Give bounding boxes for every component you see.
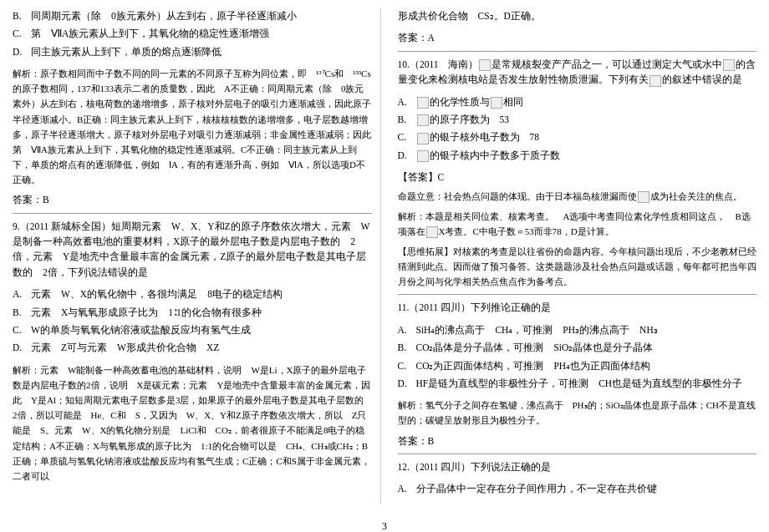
q11-option-d-letter: D. [398,376,416,391]
q10-option-d-letter: D. [398,148,416,163]
r-answer-3-text: 【答案】C [398,172,445,182]
answer-1-text: 答案：B [13,195,49,205]
q9-block: 9.（2011 新城标全国）短周期元素 W、X、Y和Z的原子序数依次增大，元素 … [13,219,372,281]
q10-extend-block: 【思维拓展】对核素的考查是以往省份的命题内容。今年核问题出现后，不少老教材已经猜… [398,244,757,289]
answer-1: 答案：B [13,192,372,207]
q9-option-c: C. W的单质与氧氧化钠溶液或盐酸反应均有氢气生成 [13,322,372,337]
option-b: B. 同周期元素（除 0族元素外）从左到右，原子半径逐渐减小 [13,8,372,23]
option-d: D. 同主族元素从上到下，单质的熔点逐渐降低 [13,44,372,59]
divider-1 [13,213,372,214]
analysis-2-text: 解析：元素 W能制备一种高效蓄电池的基础材料，说明 W是Li，X原子的最外层电子… [13,365,373,481]
isotope-box-a1 [417,97,429,109]
q9-option-a-text: 元素 W、X的氧化物中，各很均满足 8电子的稳定结构 [31,286,372,301]
q11-options-block: A. SiH₄的沸点高于 CH₄，可推测 PH₃的沸点高于 NH₃ B. CO₂… [398,322,757,392]
isotope-box-a2 [491,97,502,109]
q10-text: 10.（2011 海南）是常规核裂变产产品之一，可以通过测定大气或水中的含量变化… [398,57,757,88]
q11-option-a-text: SiH₄的沸点高于 CH₄，可推测 PH₃的沸点高于 NH₃ [416,322,757,337]
q10-option-d: D. 的银子核内中子数多于质子数 [398,148,757,163]
analysis-2: 解析：元素 W能制备一种高效蓄电池的基础材料，说明 W是Li，X原子的最外层电子… [13,362,372,484]
isotope-box-d1 [417,150,429,162]
option-c-text: 第 ⅦA族元素从上到下，其氧化物的稳定性逐渐增强 [31,26,372,41]
r-answer-3: 【答案】C [398,170,757,185]
q10-option-b-text: 的原子序数为 53 [416,112,757,127]
q11-option-b: B. CO₂晶体是分子晶体，可推测 SiO₂晶体也是分子晶体 [398,340,757,355]
option-b-text: 同周期元素（除 0族元素外）从左到右，原子半径逐渐减小 [31,8,372,23]
q9-option-c-text: W的单质与氧氧化钠溶液或盐酸反应均有氢气生成 [31,322,372,337]
option-d-letter: D. [13,44,31,59]
q9-text: 9.（2011 新城标全国）短周期元素 W、X、Y和Z的原子序数依次增大，元素 … [13,219,372,281]
divider-2 [398,51,757,52]
isotope-box-c1 [417,133,429,144]
q11-block: 11.（2011 四川）下列推论正确的是 [398,300,757,315]
q10-analysis-text: 解析：本题是相关同位素、核素考查。 A选项中考查同位素化学性质相同这点， B选项… [398,211,751,236]
page-number-text: 3 [382,520,387,532]
divider-3 [398,294,757,295]
q11-analysis-text: 解析：氢气分子之间存在氢键，沸点高于 PH₃的；SiO₂晶体也是原子晶体；CH不… [398,400,756,425]
q9-option-d-letter: D. [13,340,31,355]
q11-option-d: D. HF是链为直线型的非极性分子，可推测 CH也是链为直线型的非极性分子 [398,376,757,391]
isotope-box-1 [479,59,491,71]
q9-options-block: A. 元素 W、X的氧化物中，各很均满足 8电子的稳定结构 B. 元素 X与氧氧… [13,286,372,356]
q10-option-d-text: 的银子核内中子数多于质子数 [416,148,757,163]
r-answer-2-text: 答案：A [398,33,435,43]
option-d-text: 同主族元素从上到下，单质的熔点逐渐降低 [31,44,372,59]
q11-option-c-letter: C. [398,358,416,373]
option-c: C. 第 ⅦA族元素从上到下，其氧化物的稳定性逐渐增强 [13,26,372,41]
analysis-1: 解析：原子数相同而中子数不同的同一元素的不同原子互称为同位素，即 ¹³⁷Cs和 … [13,66,372,187]
q11-option-c: C. CO₂为正四面体结构，可推测 PH₄也为正四面体结构 [398,358,757,373]
q12-option-a-text: 分子晶体中一定存在分子间作用力，不一定存在共价键 [416,481,757,496]
r-answer-4: 答案：B [398,433,757,448]
r-answer-2: 答案：A [398,30,757,45]
q10-option-a-letter: A. [398,94,416,109]
q10-option-c-text: 的银子核外电子数为 78 [416,129,757,144]
r-answer-4-text: 答案：B [398,436,435,446]
q10-block: 10.（2011 海南）是常规核裂变产产品之一，可以通过测定大气或水中的含量变化… [398,57,757,88]
q11-analysis-block: 解析：氢气分子之间存在氢键，沸点高于 PH₃的；SiO₂晶体也是原子晶体；CH不… [398,398,757,428]
option-c-letter: C. [13,26,31,41]
q10-option-a-text: 的化学性质与相同 [416,94,757,109]
q12-options-block: A. 分子晶体中一定存在分子间作用力，不一定存在共价键 [398,481,757,496]
right-column: 形成共价化合物 CS₂。D正确。 答案：A 10.（2011 海南）是常规核裂变… [390,8,757,504]
q10-extend-text: 【思维拓展】对核素的考查是以往省份的命题内容。今年核问题出现后，不少老教材已经猜… [398,246,756,286]
q10-option-a: A. 的化学性质与相同 [398,94,757,109]
q9-option-c-letter: C. [13,322,31,337]
q11-option-d-text: HF是链为直线型的非极性分子，可推测 CH也是链为直线型的非极性分子 [416,376,757,391]
q9-option-a: A. 元素 W、X的氧化物中，各很均满足 8电子的稳定结构 [13,286,372,301]
option-b-block: B. 同周期元素（除 0族元素外）从左到右，原子半径逐渐减小 C. 第 ⅦA族元… [13,8,372,59]
q11-option-c-text: CO₂为正四面体结构，可推测 PH₄也为正四面体结构 [416,358,757,373]
q12-text: 12.（2011 四川）下列说法正确的是 [398,459,757,474]
q11-option-b-letter: B. [398,340,416,355]
r-intro-text: 形成共价化合物 CS₂。D正确。 [398,11,541,21]
q9-option-d: D. 元素 Z可与元素 W形成共价化合物 XZ [13,340,372,355]
q10-analysis-block: 解析：本题是相关同位素、核素考查。 A选项中考查同位素化学性质相同这点， B选项… [398,209,757,239]
q10-option-b: B. 的原子序数为 53 [398,112,757,127]
q12-block: 12.（2011 四川）下列说法正确的是 [398,459,757,474]
left-column: B. 同周期元素（除 0族元素外）从左到右，原子半径逐渐减小 C. 第 ⅦA族元… [13,8,381,504]
q10-options-block: A. 的化学性质与相同 B. 的原子序数为 53 C. 的银子核外电子数为 78… [398,94,757,164]
q10-option-c-letter: C. [398,129,416,144]
q9-option-b: B. 元素 X与氧氧形成原子比为 1∶1的化合物有很多种 [13,305,372,320]
q10-option-b-letter: B. [398,112,416,127]
analysis-1-text: 解析：原子数相同而中子数不同的同一元素的不同原子互称为同位素，即 ¹³⁷Cs和 … [13,68,371,185]
q11-option-b-text: CO₂晶体是分子晶体，可推测 SiO₂晶体也是分子晶体 [416,340,757,355]
isotope-box-b2 [426,226,438,238]
q10-topic-text: 命题立意：社会热点问题的体现。由于日本福岛核泄漏而使成为社会关注的焦点。 [398,191,742,201]
q11-option-a-letter: A. [398,322,416,337]
page-container: B. 同周期元素（除 0族元素外）从左到右，原子半径逐渐减小 C. 第 ⅦA族元… [0,0,769,512]
isotope-box-3 [649,75,661,87]
q9-option-a-letter: A. [13,286,31,301]
q12-option-a-letter: A. [398,481,416,496]
isotope-box-topic [638,191,649,203]
q9-option-d-text: 元素 Z可与元素 W形成共价化合物 XZ [31,340,372,355]
isotope-box-2 [723,59,735,71]
option-b-letter: B. [13,8,31,23]
r-intro-block: 形成共价化合物 CS₂。D正确。 [398,8,757,23]
q9-option-b-letter: B. [13,305,31,320]
q11-option-a: A. SiH₄的沸点高于 CH₄，可推测 PH₃的沸点高于 NH₃ [398,322,757,337]
divider-4 [398,453,757,454]
isotope-box-b1 [417,114,429,126]
q11-text: 11.（2011 四川）下列推论正确的是 [398,300,757,315]
q9-option-b-text: 元素 X与氧氧形成原子比为 1∶1的化合物有很多种 [31,305,372,320]
page-number: 3 [0,520,769,532]
q10-option-c: C. 的银子核外电子数为 78 [398,129,757,144]
